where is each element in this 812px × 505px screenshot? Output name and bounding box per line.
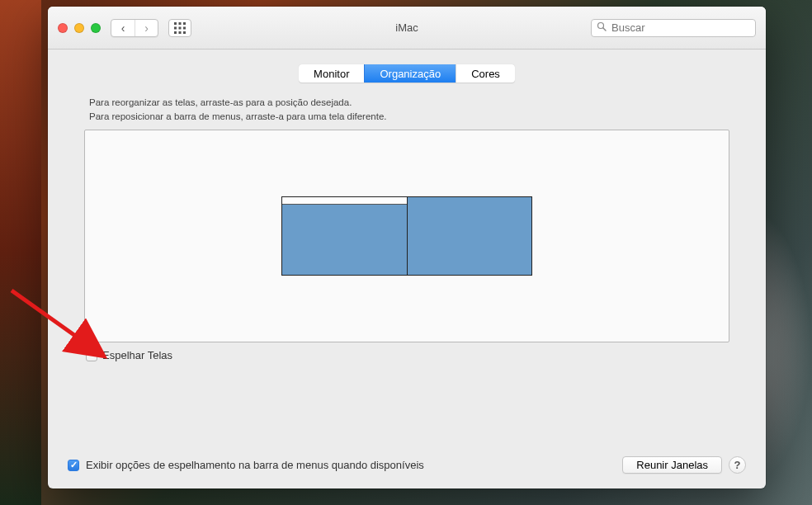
traffic-lights (58, 23, 101, 33)
maximize-button[interactable] (91, 23, 101, 33)
segmented-tabs: Monitor Organização Cores (299, 64, 515, 83)
tab-colors[interactable]: Cores (456, 64, 515, 83)
tabs-row: Monitor Organização Cores (48, 50, 766, 89)
show-all-button[interactable] (168, 19, 191, 37)
mirror-displays-label: Espelhar Telas (102, 349, 172, 361)
svg-rect-1 (174, 22, 177, 25)
display-primary[interactable] (281, 196, 407, 276)
help-button[interactable]: ? (729, 456, 746, 474)
search-input[interactable] (611, 21, 750, 34)
tab-organization[interactable]: Organização (364, 64, 456, 83)
close-button[interactable] (58, 23, 68, 33)
chevron-left-icon: ‹ (121, 21, 125, 35)
grid-icon (174, 22, 186, 34)
show-mirror-options-label: Exibir opções de espelhamento na barra d… (86, 459, 424, 471)
svg-rect-6 (183, 26, 186, 29)
back-button[interactable]: ‹ (111, 20, 135, 36)
svg-rect-9 (183, 31, 186, 34)
svg-rect-4 (174, 26, 177, 29)
forward-button[interactable]: › (135, 20, 158, 36)
mirror-displays-row: Espelhar Telas (84, 349, 729, 361)
window-content: Monitor Organização Cores Para reorganiz… (48, 50, 766, 488)
preferences-window: ‹ › iMac Moni (48, 7, 766, 488)
gather-windows-button[interactable]: Reunir Janelas (622, 456, 722, 474)
chevron-right-icon: › (144, 21, 149, 35)
footer-row: Exibir opções de espelhamento na barra d… (68, 456, 746, 474)
svg-rect-3 (183, 22, 186, 25)
mirror-displays-checkbox[interactable] (86, 350, 97, 361)
display-arrangement-area[interactable] (84, 130, 729, 342)
nav-buttons: ‹ › (111, 19, 158, 37)
svg-line-11 (603, 28, 606, 31)
minimize-button[interactable] (74, 23, 84, 33)
svg-rect-5 (179, 26, 182, 29)
window-toolbar: ‹ › iMac (48, 7, 766, 50)
show-mirror-options-checkbox[interactable] (68, 460, 79, 471)
svg-rect-7 (174, 31, 177, 34)
search-field[interactable] (591, 19, 756, 37)
svg-rect-2 (179, 22, 182, 25)
displays-group (281, 196, 532, 276)
arrangement-panel: Para reorganizar as telas, arraste-as pa… (84, 96, 729, 441)
svg-rect-8 (179, 31, 182, 34)
window-title: iMac (395, 21, 418, 34)
search-icon (597, 21, 607, 34)
tab-monitor[interactable]: Monitor (299, 64, 364, 83)
instructions-text: Para reorganizar as telas, arraste-as pa… (84, 96, 729, 123)
display-secondary[interactable] (407, 196, 532, 276)
